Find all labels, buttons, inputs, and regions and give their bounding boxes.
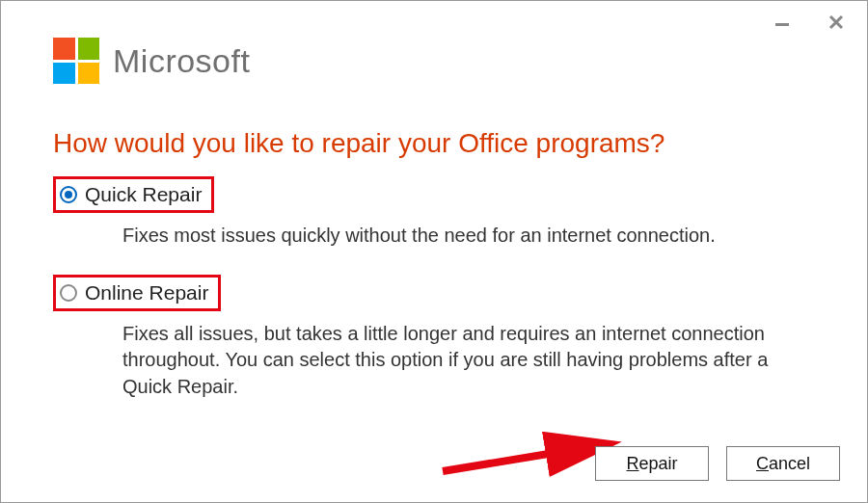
option-description: Fixes all issues, but takes a little lon… xyxy=(53,311,815,416)
repair-button[interactable]: Repair xyxy=(595,446,709,481)
radio-label: Quick Repair xyxy=(85,183,202,206)
close-button[interactable] xyxy=(823,9,850,36)
svg-rect-0 xyxy=(775,23,789,26)
svg-line-1 xyxy=(443,444,607,471)
dialog-heading: How would you like to repair your Office… xyxy=(1,84,867,176)
window-controls xyxy=(769,1,867,36)
minimize-button[interactable] xyxy=(769,9,796,36)
button-label: Cancel xyxy=(756,454,810,474)
button-label: Repair xyxy=(626,454,677,474)
dialog-buttons: Repair Cancel xyxy=(595,446,840,481)
radio-icon xyxy=(60,186,77,203)
option-quick-repair: Quick Repair Fixes most issues quickly w… xyxy=(53,176,815,265)
option-description: Fixes most issues quickly without the ne… xyxy=(53,213,815,265)
cancel-button[interactable]: Cancel xyxy=(726,446,840,481)
radio-label: Online Repair xyxy=(85,281,208,304)
radio-quick-repair[interactable]: Quick Repair xyxy=(53,176,214,213)
radio-online-repair[interactable]: Online Repair xyxy=(53,275,221,311)
option-online-repair: Online Repair Fixes all issues, but take… xyxy=(53,275,815,416)
brand-text: Microsoft xyxy=(113,42,250,80)
brand-row: Microsoft xyxy=(1,1,867,84)
radio-icon xyxy=(60,284,77,302)
microsoft-logo-icon xyxy=(53,38,99,84)
repair-options: Quick Repair Fixes most issues quickly w… xyxy=(1,176,867,415)
